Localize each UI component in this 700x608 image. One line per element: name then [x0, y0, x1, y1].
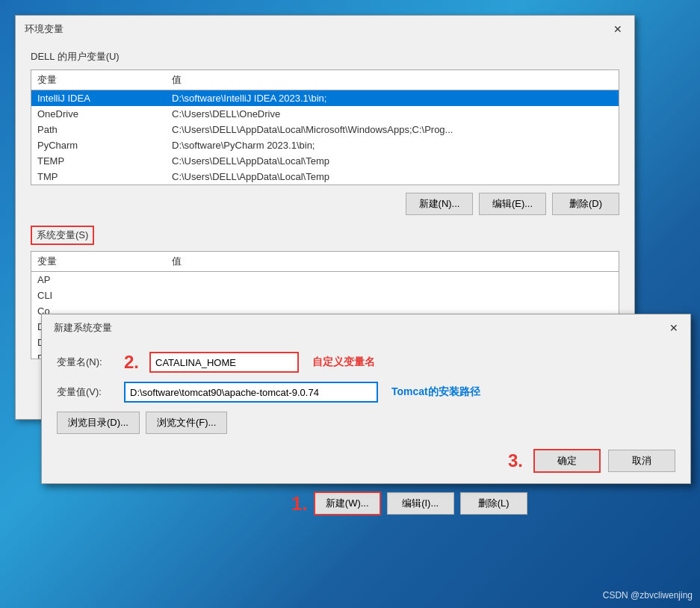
sys-edit-btn[interactable]: 编辑(I)... [387, 492, 454, 515]
var-val: D:\software\PyCharm 2023.1\bin; [172, 140, 613, 151]
sub-dialog-body: 变量名(N): 2. 自定义变量名 变量值(V): Tomcat的安装路径 浏览… [42, 340, 690, 443]
var-name-label: 变量名(N): [57, 356, 124, 369]
user-new-btn[interactable]: 新建(N)... [406, 193, 473, 215]
var-name: Path [37, 124, 172, 135]
user-vars-table: 变量 值 IntelliJ IDEA D:\software\IntelliJ … [31, 69, 619, 185]
csdn-watermark: CSDN @zbvcliwenjing [603, 590, 693, 601]
user-vars-header: 变量 值 [31, 70, 619, 90]
table-row[interactable]: TEMP C:\Users\DELL\AppData\Local\Temp [31, 153, 619, 169]
var-val-annotation: Tomcat的安装路径 [385, 384, 486, 400]
table-row[interactable]: AP [31, 272, 619, 288]
user-vars-label: DELL 的用户变量(U) [31, 50, 619, 63]
sys-delete-btn[interactable]: 删除(L) [460, 492, 527, 515]
var-val-label: 变量值(V): [57, 385, 124, 399]
table-row[interactable]: TMP C:\Users\DELL\AppData\Local\Temp [31, 169, 619, 184]
table-row[interactable]: OneDrive C:\Users\DELL\OneDrive [31, 106, 619, 122]
var-val: C:\Users\DELL\AppData\Local\Temp [172, 171, 613, 182]
header-val-col: 值 [172, 73, 613, 87]
table-row[interactable]: Path C:\Users\DELL\AppData\Local\Microso… [31, 122, 619, 137]
sys-header-var: 变量 [37, 255, 172, 268]
var-name-annotation: 自定义变量名 [306, 354, 381, 370]
user-vars-btn-row: 新建(N)... 编辑(E)... 删除(D) [31, 193, 619, 215]
step2-annotation: 2. [124, 352, 139, 373]
user-delete-btn[interactable]: 删除(D) [552, 193, 619, 215]
browse-file-btn[interactable]: 浏览文件(F)... [146, 412, 227, 434]
browse-btn-row: 浏览目录(D)... 浏览文件(F)... [57, 412, 675, 434]
var-val: C:\Users\DELL\AppData\Local\Temp [172, 155, 613, 167]
var-val-input[interactable] [124, 382, 378, 403]
step1-annotation: 1. [291, 492, 308, 515]
header-var-col: 变量 [37, 73, 172, 87]
table-row[interactable]: CLI [31, 288, 619, 303]
var-val: C:\Users\DELL\AppData\Local\Microsoft\Wi… [172, 124, 613, 135]
user-edit-btn[interactable]: 编辑(E)... [479, 193, 546, 215]
var-name: TMP [37, 171, 172, 182]
var-name-input[interactable] [149, 352, 299, 373]
table-row[interactable]: IntelliJ IDEA D:\software\IntelliJ IDEA … [31, 90, 619, 106]
var-val: C:\Users\DELL\OneDrive [172, 108, 613, 120]
sys-vars-label: 系统变量(S) [31, 226, 94, 245]
sys-new-btn-highlighted[interactable]: 新建(W)... [314, 491, 381, 515]
var-name: PyCharm [37, 140, 172, 151]
var-name: IntelliJ IDEA [37, 93, 172, 104]
sys-vars-header: 变量 值 [31, 252, 619, 272]
var-val-input-wrap: Tomcat的安装路径 [124, 382, 675, 403]
new-sysvar-dialog: 新建系统变量 ✕ 变量名(N): 2. 自定义变量名 变量值(V): Tomca… [41, 314, 691, 484]
sub-bottom-row: 3. 确定 取消 [42, 443, 690, 483]
sys-header-val: 值 [172, 255, 613, 268]
sys-new-btn-area: 1. 新建(W)... 编辑(I)... 删除(L) [291, 491, 527, 515]
sub-confirm-btn[interactable]: 确定 [533, 449, 601, 473]
var-name: TEMP [37, 155, 172, 167]
env-dialog-titlebar: 环境变量 ✕ [16, 16, 634, 41]
browse-dir-btn[interactable]: 浏览目录(D)... [57, 412, 140, 434]
var-name: OneDrive [37, 108, 172, 120]
env-dialog-title: 环境变量 [25, 22, 64, 36]
step3-annotation: 3. [508, 450, 523, 471]
sub-dialog-titlebar: 新建系统变量 ✕ [42, 314, 690, 340]
var-name-row: 变量名(N): 2. 自定义变量名 [57, 352, 675, 373]
var-val-row: 变量值(V): Tomcat的安装路径 [57, 382, 675, 403]
var-val: D:\software\IntelliJ IDEA 2023.1\bin; [172, 93, 613, 104]
var-name-input-wrap: 2. 自定义变量名 [124, 352, 675, 373]
table-row[interactable]: PyCharm D:\software\PyCharm 2023.1\bin; [31, 137, 619, 153]
sub-dialog-title: 新建系统变量 [54, 321, 112, 335]
sub-dialog-close[interactable]: ✕ [666, 320, 681, 335]
env-dialog-close[interactable]: ✕ [610, 22, 625, 37]
sub-cancel-btn[interactable]: 取消 [608, 450, 675, 472]
